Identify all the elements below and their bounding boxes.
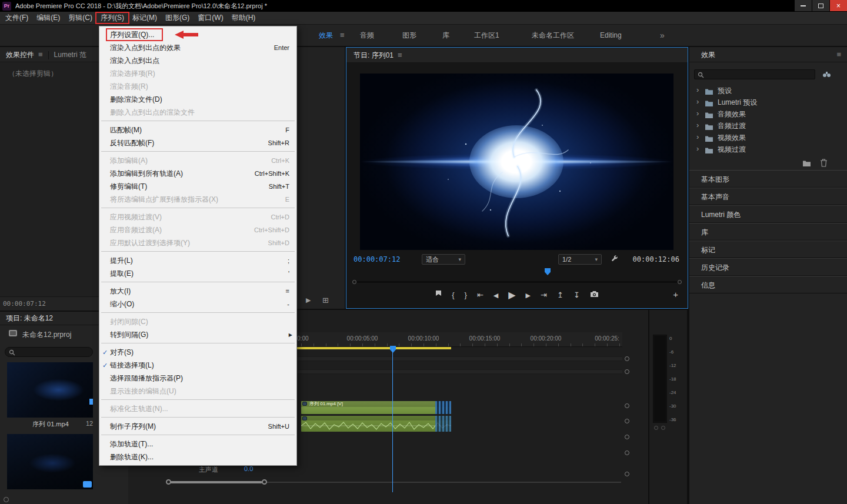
track-handle-circle[interactable] xyxy=(625,435,629,439)
workspace-tab-audio[interactable]: 音频 xyxy=(360,25,374,46)
track-handle-circle[interactable] xyxy=(625,419,629,423)
panel-tab-info[interactable]: 信息 xyxy=(689,276,847,293)
menu-item-selection-follows-playhead[interactable]: 选择跟随播放指示器(P) xyxy=(99,372,296,385)
maximize-button[interactable] xyxy=(812,0,829,11)
new-custom-bin-icon[interactable] xyxy=(802,160,811,169)
step-back-button[interactable]: ◀ xyxy=(493,289,498,302)
fit-select[interactable]: 适合▾ xyxy=(422,254,465,265)
delete-trash-icon[interactable] xyxy=(820,159,828,169)
go-to-in-button[interactable]: ⇤ xyxy=(477,289,483,302)
find-binoculars-icon[interactable] xyxy=(822,71,831,79)
effects-folder-video-transitions[interactable]: › 视频过渡 xyxy=(689,143,847,155)
menu-item-zoom-in[interactable]: 放大(I)= xyxy=(99,285,296,298)
panel-tab-libraries[interactable]: 库 xyxy=(689,223,847,241)
project-file-name[interactable]: 未命名12.prproj xyxy=(22,330,71,340)
menu-help[interactable]: 帮助(H) xyxy=(228,12,260,24)
lift-button[interactable]: ↥ xyxy=(557,289,563,302)
workspace-overflow-icon[interactable]: » xyxy=(660,25,665,46)
close-button[interactable]: × xyxy=(830,0,847,11)
menu-item-zoom-out[interactable]: 缩小(O)- xyxy=(99,298,296,311)
menu-item-extract[interactable]: 提取(E)' xyxy=(99,267,296,280)
track-handle-circle[interactable] xyxy=(625,369,629,374)
track-handle-circle[interactable] xyxy=(625,450,629,455)
work-area-bar[interactable] xyxy=(275,347,451,349)
panel-menu-icon[interactable]: ≡ xyxy=(38,50,43,59)
minimize-button[interactable] xyxy=(795,0,812,11)
panel-tab-markers[interactable]: 标记 xyxy=(689,241,847,258)
workspace-tab-library[interactable]: 库 xyxy=(442,25,449,46)
menu-item-make-subsequence[interactable]: 制作子序列(M)Shift+U xyxy=(99,420,296,433)
menu-marker[interactable]: 标记(M) xyxy=(128,12,161,24)
menu-item-go-to-gap[interactable]: 转到间隔(G)▶ xyxy=(99,328,296,341)
menu-window[interactable]: 窗口(W) xyxy=(194,12,227,24)
track-handle-circle[interactable] xyxy=(625,403,629,408)
menu-item-render-effects-in-to-out[interactable]: 渲染入点到出点的效果Enter xyxy=(99,41,296,54)
track-handle-circle[interactable] xyxy=(625,356,629,361)
timeline-audio-clip[interactable] xyxy=(301,416,451,432)
tab-effect-controls[interactable]: 效果控件 xyxy=(6,51,34,59)
add-marker-icon[interactable] xyxy=(435,289,442,302)
menu-item-delete-render-files[interactable]: 删除渲染文件(D) xyxy=(99,93,296,106)
settings-wrench-icon[interactable] xyxy=(611,255,619,265)
panel-tab-essential-graphics[interactable]: 基本图形 xyxy=(689,170,847,188)
go-to-out-button[interactable]: ⇥ xyxy=(541,289,547,302)
menu-sequence[interactable]: 序列(S) xyxy=(96,12,128,24)
tab-project[interactable]: 项目: 未命名12 xyxy=(6,314,53,322)
project-item-thumbnail-1[interactable] xyxy=(7,362,93,418)
program-playhead[interactable] xyxy=(545,268,551,275)
chevron-right-icon[interactable]: › xyxy=(696,119,699,131)
source-play-icon[interactable]: ▶ xyxy=(306,296,311,304)
project-search-input[interactable] xyxy=(17,348,90,356)
menu-clip[interactable]: 剪辑(C) xyxy=(64,12,96,24)
menu-item-add-tracks[interactable]: 添加轨道(T)... xyxy=(99,438,296,450)
program-scrub-track[interactable] xyxy=(354,281,681,283)
menu-item-snap[interactable]: ✓对齐(S) xyxy=(99,346,296,359)
effects-folder-presets[interactable]: › 预设 xyxy=(689,85,847,96)
program-position-timecode[interactable]: 00:00:07:12 xyxy=(354,255,400,263)
tab-lumetri-scopes[interactable]: Lumetri 范 xyxy=(54,51,86,59)
menu-file[interactable]: 文件(F) xyxy=(1,12,32,24)
workspace-menu-icon[interactable]: ≡ xyxy=(340,25,345,46)
chevron-right-icon[interactable]: › xyxy=(696,131,699,143)
zoom-level-select[interactable]: 1/2▾ xyxy=(558,254,602,265)
workspace-tab-unnamed[interactable]: 未命名工作区 xyxy=(532,25,574,46)
panel-tab-lumetri-color[interactable]: Lumetri 颜色 xyxy=(689,205,847,223)
export-frame-button[interactable] xyxy=(590,289,599,302)
menu-edit[interactable]: 编辑(E) xyxy=(32,12,64,24)
menu-item-add-edit-to-all-tracks[interactable]: 添加编辑到所有轨道(A)Ctrl+Shift+K xyxy=(99,167,296,180)
menu-item-delete-tracks[interactable]: 删除轨道(K)... xyxy=(99,450,296,463)
effects-folder-lumetri-presets[interactable]: › Lumetri 预设 xyxy=(689,96,847,108)
master-track-gain-value[interactable]: 0.0 xyxy=(244,465,253,472)
tab-program[interactable]: 节目: 序列01 xyxy=(354,51,394,59)
scrollbar-right-handle[interactable] xyxy=(262,479,267,485)
source-grid-icon[interactable]: ⊞ xyxy=(322,296,329,305)
scrollbar-left-handle[interactable] xyxy=(166,479,171,485)
mark-out-button[interactable]: } xyxy=(465,289,467,302)
panel-tab-history[interactable]: 历史记录 xyxy=(689,258,847,276)
effects-panel-menu-icon[interactable]: ≡ xyxy=(836,47,841,62)
effects-folder-audio-effects[interactable]: › 音频效果 xyxy=(689,108,847,120)
mark-in-button[interactable]: { xyxy=(452,289,454,302)
extract-button[interactable]: ↧ xyxy=(573,289,580,302)
play-button[interactable]: ▶ xyxy=(508,289,515,302)
track-handle-circle[interactable] xyxy=(625,472,629,476)
menu-item-match-frame[interactable]: 匹配帧(M)F xyxy=(99,124,296,136)
step-forward-button[interactable]: ▶ xyxy=(526,289,531,302)
project-item-thumbnail-2[interactable] xyxy=(7,434,93,489)
effects-search-input[interactable] xyxy=(706,70,812,79)
tab-effects[interactable]: 效果 xyxy=(701,51,715,59)
chevron-right-icon[interactable]: › xyxy=(696,108,699,119)
chevron-right-icon[interactable]: › xyxy=(696,84,699,96)
program-panel-menu-icon[interactable]: ≡ xyxy=(398,51,402,59)
chevron-right-icon[interactable]: › xyxy=(696,96,699,108)
timeline-playhead[interactable] xyxy=(390,346,396,353)
panel-tab-essential-sound[interactable]: 基本声音 xyxy=(689,188,847,205)
timeline-scrollbar-thumb[interactable] xyxy=(170,481,262,483)
workspace-tab-effects[interactable]: 效果 xyxy=(319,25,333,46)
menu-graphics[interactable]: 图形(G) xyxy=(161,12,194,24)
workspace-tab-editing[interactable]: Editing xyxy=(600,25,622,46)
workspace-tab-graphics[interactable]: 图形 xyxy=(402,25,416,46)
menu-item-linked-selection[interactable]: ✓链接选择项(L) xyxy=(99,359,296,372)
effects-folder-audio-transitions[interactable]: › 音频过渡 xyxy=(689,120,847,132)
project-item-label[interactable]: 序列 01.mp4 xyxy=(32,420,69,429)
